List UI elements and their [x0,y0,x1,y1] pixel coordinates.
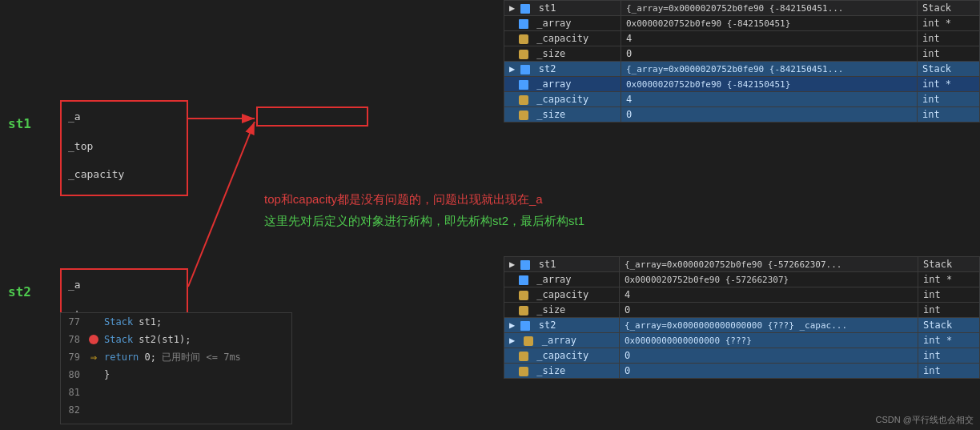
svg-line-2 [188,122,255,287]
text-green-explanation: 这里先对后定义的对象进行析构，即先析构st2，最后析构st1 [264,214,681,229]
type-icon [519,80,528,90]
table-row: _capacity 4 int [504,287,980,303]
cell-value: 0 [621,107,917,123]
lock-icon [519,50,528,59]
table-row: _size 0 int [504,46,980,62]
cell-value: 4 [619,287,918,303]
cell-type: int [917,46,979,62]
breakpoint-indicator [89,335,98,344]
text-red-explanation: top和capacity都是没有问题的，问题出现就出现在_a [264,192,681,207]
cell-value: 0 [619,364,918,379]
arrow-target-box [256,106,368,127]
cell-type: int [918,303,980,318]
line-code: Stack st2(st1); [101,334,191,345]
code-line-78: 78 Stack st2(st1); [61,331,291,348]
cell-value: {_array=0x0000000000000000 {???} _capac.… [619,318,918,333]
lock-icon [519,352,528,361]
st1-field-capacity: _capacity [68,168,124,180]
line-number: 78 [61,334,86,345]
cell-name: _size [504,364,620,379]
watermark: CSDN @平行线也会相交 [876,414,974,426]
type-icon [520,65,530,74]
debug-panel-bottom: ▶ st1 {_array=0x0000020752b0fe90 {-57266… [504,256,980,430]
cell-name: _capacity [504,31,621,46]
line-code: Stack st1; [101,316,162,328]
lock-icon [519,95,528,105]
cell-value: 0 [621,46,917,62]
expand-icon: ▶ [509,2,520,14]
type-icon [520,260,530,270]
cell-type: int [917,31,979,46]
cell-name: ▶ st2 [504,62,621,77]
table-row: ▶ st1 {_array=0x0000020752b0fe90 {-84215… [504,1,980,16]
table-row: ▶ _array 0x0000000000000000 {???} int * [504,333,980,348]
code-editor-panel: 77 Stack st1; 78 Stack st2(st1); 79 ⇒ re… [60,312,292,424]
cell-type: Stack [918,257,980,272]
cell-type: Stack [917,1,979,16]
line-gutter [86,335,101,344]
cell-name: _size [504,107,621,123]
cell-name: _capacity [504,92,621,107]
type-icon [520,321,530,331]
cell-type: int [918,364,980,379]
current-line-arrow: ⇒ [90,352,97,363]
lock-icon [524,336,533,346]
code-line-77: 77 Stack st1; [61,313,291,331]
cell-value: 0x0000000000000000 {???} [619,333,918,348]
table-row: ▶ st2 {_array=0x0000020752b0fe90 {-84215… [504,62,980,77]
debug-table-top: ▶ st1 {_array=0x0000020752b0fe90 {-84215… [504,0,980,123]
lock-icon [519,291,528,300]
cell-name: ▶ st1 [504,257,620,272]
cell-name: _size [504,46,621,62]
line-code: return 0; 已用时间 <= 7ms [101,351,241,364]
cell-type: int [918,348,980,364]
cell-type: int * [918,333,980,348]
line-code: } [101,369,110,380]
cell-name: _capacity [504,348,620,364]
code-line-79: 79 ⇒ return 0; 已用时间 <= 7ms [61,348,291,366]
st2-field-a: _a [68,279,81,291]
cell-type: Stack [917,62,979,77]
table-row: ▶ st1 {_array=0x0000020752b0fe90 {-57266… [504,257,980,272]
cell-value: 4 [621,31,917,46]
debug-table-bottom: ▶ st1 {_array=0x0000020752b0fe90 {-57266… [504,256,980,379]
st1-label: st1 [8,116,31,131]
cell-type: int [917,92,979,107]
cell-value: 0 [619,348,918,364]
table-row: _size 0 int [504,303,980,318]
table-row: _size 0 int [504,107,980,123]
st1-field-top: _top [68,140,93,152]
code-line-81: 81 [61,384,291,401]
lock-icon [519,367,528,376]
cell-type: int [918,287,980,303]
line-number: 77 [61,316,86,328]
cell-type: int * [918,272,980,287]
type-icon [520,4,530,14]
cell-name: ▶ _array [504,333,620,348]
lock-icon [519,111,528,120]
table-row: _size 0 int [504,364,980,379]
cell-name: ▶ st1 [504,1,621,16]
debug-panel-top: ▶ st1 {_array=0x0000020752b0fe90 {-84215… [504,0,980,172]
line-number: 82 [61,404,86,416]
cell-value: 0x0000020752b0fe90 {-842150451} [621,77,917,92]
table-row: _capacity 0 int [504,348,980,364]
expand-icon: ▶ [509,63,520,74]
cell-name: _size [504,303,620,318]
cell-name: _capacity [504,287,620,303]
table-row: ▶ st2 {_array=0x0000000000000000 {???} _… [504,318,980,333]
line-number: 79 [61,352,86,363]
cell-name: _array [504,16,621,31]
cell-value: 0 [619,303,918,318]
table-row: _array 0x0000020752b0fe90 {-572662307} i… [504,272,980,287]
cell-value: {_array=0x0000020752b0fe90 {-842150451..… [621,62,917,77]
cell-value: {_array=0x0000020752b0fe90 {-572662307..… [619,257,918,272]
cell-type: int [917,107,979,123]
table-row: _capacity 4 int [504,31,980,46]
cell-type: Stack [918,318,980,333]
line-number: 81 [61,387,86,398]
line-gutter: ⇒ [86,352,101,363]
cell-name: _array [504,272,620,287]
cell-value: 0x0000020752b0fe90 {-572662307} [619,272,918,287]
code-line-82: 82 [61,401,291,419]
